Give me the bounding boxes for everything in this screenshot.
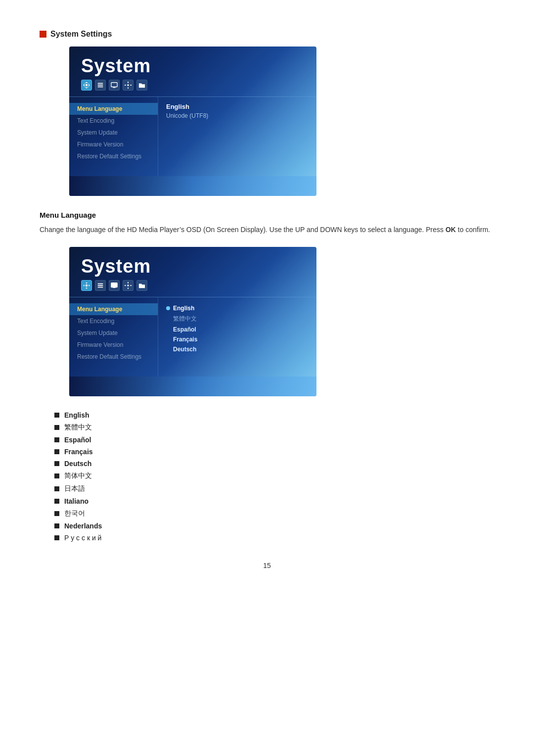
bullet-nederlands (54, 523, 59, 528)
list-item-nederlands: Nederlands (54, 522, 494, 530)
screen-body-1: Menu Language Text Encoding System Updat… (69, 97, 316, 176)
system-header-2: System (69, 247, 316, 297)
lang-deutsch[interactable]: Deutsch (166, 344, 309, 354)
folder-icon-2 (136, 280, 147, 291)
screen-footer-1 (69, 176, 316, 196)
menu-item-restore[interactable]: Restore Default Settings (69, 150, 158, 162)
svg-rect-8 (98, 284, 103, 284)
screen-left-1: Menu Language Text Encoding System Updat… (69, 97, 158, 176)
settings-icon-2 (123, 280, 134, 291)
menu-item-update[interactable]: System Update (69, 127, 158, 139)
bullet-francais (54, 449, 59, 454)
display-icon (109, 80, 120, 91)
section1: System Settings System (40, 30, 494, 196)
menu-item-firmware[interactable]: Firmware Version (69, 139, 158, 150)
menu-item-update-2[interactable]: System Update (69, 327, 158, 339)
lang-dot-english (166, 306, 170, 310)
screen-right-2: English 繁體中文 Español Français Deutsch (158, 297, 316, 377)
list-icon (95, 80, 106, 91)
system-header-1: System (69, 47, 316, 96)
system-screen-1: System (69, 47, 316, 196)
list-item-chinese-simp: 简体中文 (54, 472, 494, 480)
svg-rect-9 (98, 285, 103, 286)
svg-rect-5 (113, 87, 115, 88)
screen-footer-2 (69, 377, 316, 396)
screen-left-2: Menu Language Text Encoding System Updat… (69, 297, 158, 377)
svg-rect-2 (98, 85, 103, 86)
bullet-espanol (54, 437, 59, 442)
system-screen-2: System Menu (69, 247, 316, 396)
system-icons-2 (81, 280, 305, 291)
bullet-deutsch (54, 461, 59, 466)
bullet-italiano (54, 499, 59, 504)
lang-chinese-trad[interactable]: 繁體中文 (166, 313, 309, 325)
svg-point-0 (86, 84, 88, 86)
menu-language-title: Menu Language (40, 211, 494, 219)
menu-item-language[interactable]: Menu Language (69, 103, 158, 115)
section1-title: System Settings (40, 30, 494, 39)
svg-point-13 (127, 285, 129, 287)
system-icons-1 (81, 80, 305, 91)
list-item-francais: Français (54, 448, 494, 456)
folder-icon (136, 80, 147, 91)
menu-item-firmware-2[interactable]: Firmware Version (69, 339, 158, 351)
list-icon-2 (95, 280, 106, 291)
language-list: English 繁體中文 Español Français Deutsch 简体… (40, 411, 494, 542)
display-icon-2 (109, 280, 120, 291)
bullet-chinese-trad (54, 425, 59, 430)
menu-item-language-2[interactable]: Menu Language (69, 303, 158, 315)
lang-english[interactable]: English (166, 303, 309, 313)
svg-rect-1 (98, 83, 103, 84)
gear-icon (81, 80, 92, 91)
lang-espanol[interactable]: Español (166, 325, 309, 334)
screen-right-1: English Unicode (UTF8) (158, 97, 316, 176)
svg-point-6 (127, 84, 129, 86)
lang-francais[interactable]: Français (166, 334, 309, 344)
bullet-korean (54, 511, 59, 516)
svg-point-7 (86, 284, 88, 286)
section2: Menu Language Change the language of the… (40, 211, 494, 542)
menu-item-encoding[interactable]: Text Encoding (69, 115, 158, 127)
page-number: 15 (40, 562, 494, 569)
list-item-korean: 한국어 (54, 509, 494, 518)
svg-rect-3 (98, 87, 103, 88)
bullet-english (54, 413, 59, 418)
value-english: English (166, 103, 309, 110)
list-item-japanese: 日本語 (54, 484, 494, 493)
value-unicode: Unicode (UTF8) (166, 112, 309, 119)
gear-icon-2 (81, 280, 92, 291)
menu-item-encoding-2[interactable]: Text Encoding (69, 315, 158, 327)
list-item-deutsch: Deutsch (54, 460, 494, 468)
menu-item-restore-2[interactable]: Restore Default Settings (69, 351, 158, 363)
menu-language-description: Change the language of the HD Media Play… (40, 224, 494, 235)
list-item-russian: Р у с с к и й (54, 534, 494, 542)
section-title-icon (40, 31, 46, 38)
bullet-russian (54, 535, 59, 540)
list-item-english: English (54, 411, 494, 419)
svg-rect-10 (98, 287, 103, 288)
list-item-espanol: Español (54, 436, 494, 444)
bullet-chinese-simp (54, 473, 59, 478)
screen-body-2: Menu Language Text Encoding System Updat… (69, 297, 316, 377)
list-item-italiano: Italiano (54, 497, 494, 505)
svg-rect-11 (111, 283, 117, 287)
system-title-1: System (81, 55, 305, 77)
list-item-chinese-trad: 繁體中文 (54, 423, 494, 432)
settings-icon (123, 80, 134, 91)
svg-rect-4 (111, 83, 117, 87)
bullet-japanese (54, 486, 59, 491)
system-title-2: System (81, 256, 305, 277)
